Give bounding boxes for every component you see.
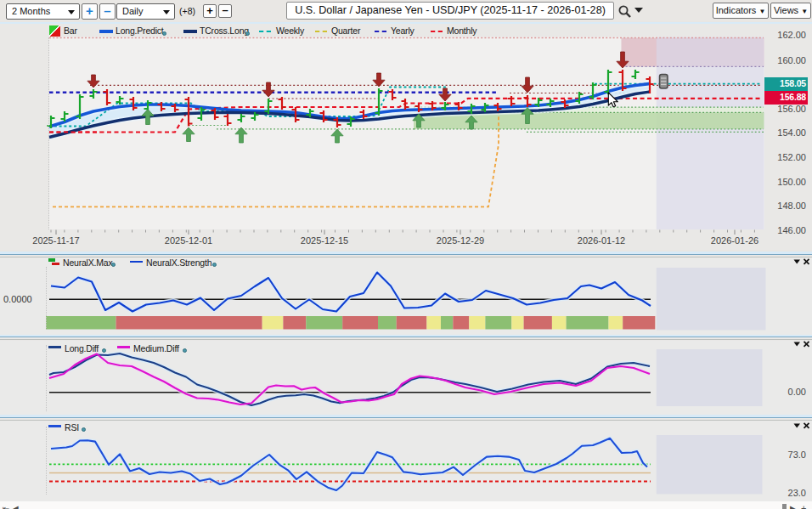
svg-text:2025-11-17: 2025-11-17 bbox=[32, 235, 79, 246]
svg-text:2026-01-26: 2026-01-26 bbox=[711, 235, 758, 246]
svg-text:2025-12-01: 2025-12-01 bbox=[165, 235, 212, 246]
svg-text:2025-12-29: 2025-12-29 bbox=[437, 235, 484, 246]
svg-text:2026-01-12: 2026-01-12 bbox=[578, 235, 625, 246]
svg-text:2025-12-15: 2025-12-15 bbox=[301, 235, 348, 246]
